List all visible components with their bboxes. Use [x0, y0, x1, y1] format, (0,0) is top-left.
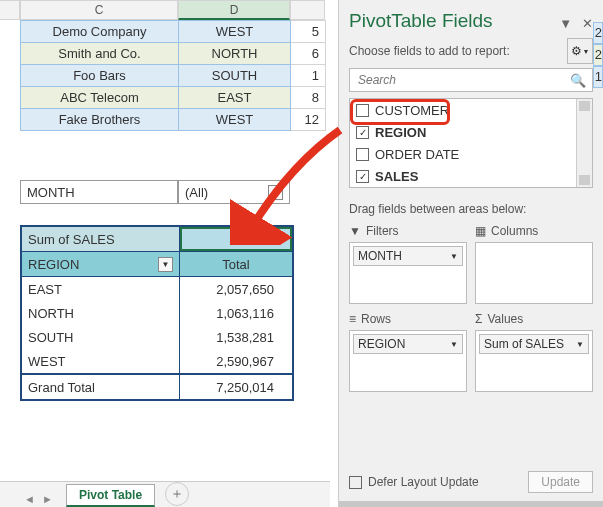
area-dropzone-columns[interactable]	[475, 242, 593, 304]
pivot-col-header[interactable]: Total	[180, 252, 292, 276]
checkbox-checked-icon[interactable]: ✓	[356, 170, 369, 183]
cell-region[interactable]: SOUTH	[179, 65, 291, 87]
peek-cell: 1	[593, 66, 603, 88]
scroll-down-icon[interactable]	[579, 175, 590, 185]
area-dropzone-values[interactable]: Sum of SALES▼	[475, 330, 593, 392]
search-input[interactable]: 🔍	[349, 68, 593, 92]
cell-region[interactable]: NORTH	[179, 43, 291, 65]
checkbox-icon[interactable]	[356, 148, 369, 161]
defer-checkbox[interactable]	[349, 476, 362, 489]
panel-resize-bar[interactable]	[339, 501, 603, 507]
area-chip-month[interactable]: MONTH▼	[353, 246, 463, 266]
tab-pivot-table[interactable]: Pivot Table	[66, 484, 155, 507]
area-rows: ≡Rows REGION▼	[349, 312, 467, 392]
area-chip-region[interactable]: REGION▼	[353, 334, 463, 354]
cell-customer[interactable]: Smith and Co.	[21, 43, 179, 65]
area-label: Rows	[361, 312, 391, 326]
scrollbar[interactable]	[576, 99, 592, 187]
area-label: Filters	[366, 224, 399, 238]
pivot-total[interactable]: 1,063,116	[180, 301, 292, 325]
checkbox-icon[interactable]	[356, 104, 369, 117]
pivot-region[interactable]: SOUTH	[22, 325, 180, 349]
add-sheet-button[interactable]: ＋	[165, 482, 189, 506]
update-button[interactable]: Update	[528, 471, 593, 493]
pivot-region[interactable]: WEST	[22, 349, 180, 373]
chevron-down-icon[interactable]: ▼	[450, 340, 458, 349]
col-header-c[interactable]: C	[20, 0, 178, 20]
pivot-region[interactable]: EAST	[22, 277, 180, 301]
cell-customer[interactable]: Foo Bars	[21, 65, 179, 87]
source-table: Demo Company WEST 5 Smith and Co. NORTH …	[20, 20, 326, 131]
cell-value[interactable]: 8	[291, 87, 326, 109]
chevron-down-icon[interactable]: ▼	[158, 257, 173, 272]
defer-label: Defer Layout Update	[368, 475, 479, 489]
chip-label: Sum of SALES	[484, 337, 564, 351]
areas-grid: ▼Filters MONTH▼ ▦Columns ≡Rows REGION▼ Σ…	[349, 224, 593, 392]
filter-field-cell[interactable]: MONTH	[20, 180, 178, 204]
cell-customer[interactable]: ABC Telecom	[21, 87, 179, 109]
chevron-down-icon[interactable]: ▼	[450, 252, 458, 261]
table-row[interactable]: ABC Telecom EAST 8	[21, 87, 326, 109]
sigma-icon: Σ	[475, 312, 482, 326]
columns-icon: ▦	[475, 224, 486, 238]
area-dropzone-rows[interactable]: REGION▼	[349, 330, 467, 392]
field-label: REGION	[375, 125, 426, 140]
chevron-down-icon[interactable]: ▼	[268, 185, 283, 200]
chevron-down-icon[interactable]: ▼	[576, 340, 584, 349]
panel-title: PivotTable Fields	[349, 10, 559, 32]
pivot-sum-label[interactable]: Sum of SALES	[22, 227, 180, 251]
pivot-selected-cell[interactable]	[180, 227, 292, 251]
area-label: Columns	[491, 224, 538, 238]
area-chip-sumsales[interactable]: Sum of SALES▼	[479, 334, 589, 354]
cell-region[interactable]: EAST	[179, 87, 291, 109]
corner-cell	[0, 0, 20, 20]
tab-nav-prev-icon[interactable]: ◄	[24, 493, 38, 507]
cell-value[interactable]: 6	[291, 43, 326, 65]
field-customer[interactable]: CUSTOMER	[350, 99, 592, 121]
pivot-total[interactable]: 2,057,650	[180, 277, 292, 301]
filter-value-label: (All)	[185, 185, 208, 200]
filter-value-cell[interactable]: (All) ▼	[178, 180, 290, 204]
sheet-tab-bar: ◄ ► Pivot Table ＋	[0, 481, 330, 507]
pivot-grand-total[interactable]: 7,250,014	[180, 375, 292, 399]
checkbox-checked-icon[interactable]: ✓	[356, 126, 369, 139]
cell-value[interactable]: 1	[291, 65, 326, 87]
table-row[interactable]: Demo Company WEST 5	[21, 21, 326, 43]
cell-customer[interactable]: Demo Company	[21, 21, 179, 43]
rows-icon: ≡	[349, 312, 356, 326]
tab-nav-next-icon[interactable]: ►	[42, 493, 56, 507]
search-field[interactable]	[356, 72, 570, 88]
cell-customer[interactable]: Fake Brothers	[21, 109, 179, 131]
cell-value[interactable]: 5	[291, 21, 326, 43]
pivottable-fields-panel: PivotTable Fields ▼ ✕ Choose fields to a…	[338, 0, 603, 507]
panel-subtitle: Choose fields to add to report:	[349, 44, 510, 58]
scroll-up-icon[interactable]	[579, 101, 590, 111]
table-row[interactable]: Foo Bars SOUTH 1	[21, 65, 326, 87]
table-row[interactable]: Fake Brothers WEST 12	[21, 109, 326, 131]
gear-icon[interactable]: ⚙▼	[567, 38, 593, 64]
pivot-region[interactable]: NORTH	[22, 301, 180, 325]
area-columns: ▦Columns	[475, 224, 593, 304]
pivot-total[interactable]: 2,590,967	[180, 349, 292, 373]
field-order-date[interactable]: ORDER DATE	[350, 143, 592, 165]
area-dropzone-filters[interactable]: MONTH▼	[349, 242, 467, 304]
chevron-down-icon[interactable]: ▼	[559, 16, 572, 31]
pivot-row-header[interactable]: REGION ▼	[22, 252, 180, 276]
cell-region[interactable]: WEST	[179, 21, 291, 43]
peek-cell: 2	[593, 22, 603, 44]
field-region[interactable]: ✓ REGION	[350, 121, 592, 143]
table-row[interactable]: Smith and Co. NORTH 6	[21, 43, 326, 65]
cell-value[interactable]: 12	[291, 109, 326, 131]
field-label: CUSTOMER	[375, 103, 449, 118]
close-icon[interactable]: ✕	[582, 16, 593, 31]
cell-region[interactable]: WEST	[179, 109, 291, 131]
field-sales[interactable]: ✓ SALES	[350, 165, 592, 187]
col-header-e[interactable]	[290, 0, 325, 20]
pivot-grand-label[interactable]: Grand Total	[22, 375, 180, 399]
pivot-total[interactable]: 1,538,281	[180, 325, 292, 349]
chip-label: MONTH	[358, 249, 402, 263]
field-label: ORDER DATE	[375, 147, 459, 162]
drag-instructions: Drag fields between areas below:	[349, 202, 593, 216]
col-header-d[interactable]: D	[178, 0, 290, 20]
search-icon: 🔍	[570, 73, 586, 88]
